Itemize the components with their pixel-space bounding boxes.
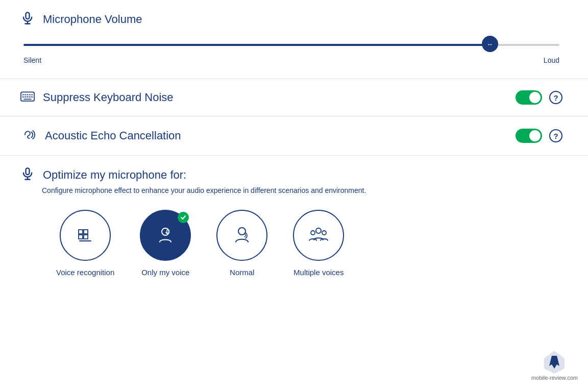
keyboard-icon [20,91,35,104]
suppress-keyboard-right: ? [516,90,562,105]
volume-slider-fill [23,44,490,46]
volume-slider-thumb[interactable]: ↔ [482,36,498,52]
svg-rect-18 [79,230,83,234]
only-my-voice-label: Only my voice [141,268,189,277]
slider-arrow-icon: ↔ [486,40,493,48]
loud-label: Loud [544,56,559,64]
suppress-keyboard-toggle[interactable] [516,90,542,105]
watermark-logo-icon [542,348,567,374]
silent-label: Silent [23,56,41,64]
optimize-header: Optimize my microphone for: [20,167,562,183]
optimize-mic-icon [20,167,35,183]
mic-volume-title: Microphone Volume [43,13,142,26]
svg-rect-21 [84,235,88,239]
mic-option-normal[interactable]: Normal [216,210,267,277]
svg-point-23 [162,228,169,235]
mic-option-only-my-voice[interactable]: Only my voice [140,210,191,277]
mic-options-container: Voice recognition Only my v [20,210,562,277]
suppress-keyboard-help[interactable]: ? [549,91,562,104]
svg-rect-19 [84,230,88,234]
svg-point-26 [316,228,321,233]
voice-recognition-label: Voice recognition [56,268,114,277]
only-my-voice-circle [140,210,191,261]
watermark-text: mobile-review.com [531,375,578,381]
optimize-description: Configure microphone effect to enhance y… [42,186,562,194]
acoustic-echo-title: Acoustic Echo Cancellation [45,129,181,142]
check-badge [178,212,189,223]
optimize-title: Optimize my microphone for: [43,168,186,182]
optimize-microphone-section: Optimize my microphone for: Configure mi… [0,156,588,288]
normal-circle [216,210,267,261]
svg-point-27 [311,231,315,235]
microphone-icon [20,11,35,28]
mic-option-voice-recognition[interactable]: Voice recognition [56,210,114,277]
acoustic-echo-right: ? [516,129,562,143]
acoustic-echo-toggle-row: Acoustic Echo Cancellation ? [20,128,562,144]
volume-slider-wrapper: ↔ [23,38,559,52]
suppress-keyboard-toggle-row: Suppress Keyboard Noise ? [20,90,562,105]
suppress-keyboard-left: Suppress Keyboard Noise [20,91,174,104]
svg-point-28 [322,231,326,235]
volume-slider-track: ↔ [23,44,559,46]
multiple-voices-label: Multiple voices [293,268,344,277]
acoustic-echo-section: Acoustic Echo Cancellation ? [0,116,588,156]
voice-recognition-circle [60,210,111,261]
mic-volume-header: Microphone Volume [20,11,562,28]
suppress-keyboard-title: Suppress Keyboard Noise [43,91,174,104]
multiple-voices-circle [293,210,344,261]
watermark: mobile-review.com [531,348,578,381]
echo-icon [20,128,37,144]
acoustic-echo-toggle[interactable] [516,129,542,143]
volume-slider-labels: Silent Loud [23,56,559,64]
acoustic-echo-left: Acoustic Echo Cancellation [20,128,181,144]
volume-slider-container: ↔ Silent Loud [20,38,562,64]
svg-rect-20 [79,235,83,239]
svg-rect-0 [26,12,30,19]
microphone-volume-section: Microphone Volume ↔ Silent Loud [0,0,588,79]
suppress-keyboard-noise-section: Suppress Keyboard Noise ? [0,79,588,116]
normal-label: Normal [230,268,254,277]
svg-rect-15 [26,168,30,175]
mic-option-multiple-voices[interactable]: Multiple voices [293,210,344,277]
acoustic-echo-help[interactable]: ? [549,129,562,142]
